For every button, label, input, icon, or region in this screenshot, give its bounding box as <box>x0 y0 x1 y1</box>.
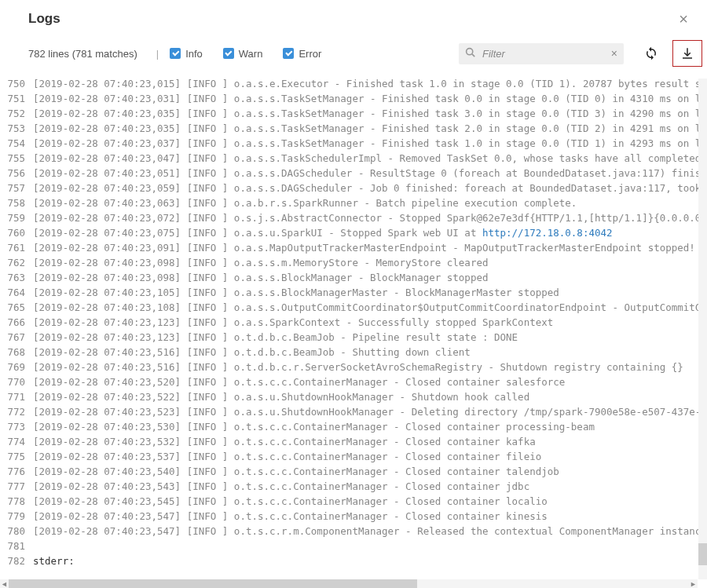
log-line: 771[2019-02-28 07:40:23,522] [INFO ] o.a… <box>0 389 707 404</box>
log-text: [2019-02-28 07:40:23,015] [INFO ] o.a.s.… <box>31 76 707 91</box>
line-number: 782 <box>0 553 31 568</box>
log-link[interactable]: http://172.18.0.8:4042 <box>482 227 613 239</box>
line-number: 781 <box>0 539 31 553</box>
line-number: 754 <box>0 136 31 151</box>
filter-label: Info <box>185 48 203 60</box>
log-text: [2019-02-28 07:40:23,035] [INFO ] o.a.s.… <box>31 106 707 121</box>
log-line: 756[2019-02-28 07:40:23,051] [INFO ] o.a… <box>0 166 707 181</box>
log-text: [2019-02-28 07:40:23,532] [INFO ] o.t.s.… <box>31 434 536 449</box>
clear-icon[interactable]: × <box>611 47 617 60</box>
line-number: 759 <box>0 210 31 225</box>
line-number: 773 <box>0 419 31 434</box>
line-number: 761 <box>0 240 31 255</box>
close-icon[interactable]: × <box>674 11 693 27</box>
line-number: 752 <box>0 106 31 121</box>
line-number: 757 <box>0 181 31 195</box>
line-number: 763 <box>0 270 31 285</box>
line-number: 779 <box>0 509 31 524</box>
log-line: 776[2019-02-28 07:40:23,540] [INFO ] o.t… <box>0 464 707 479</box>
line-number: 751 <box>0 91 31 106</box>
line-number: 768 <box>0 345 31 360</box>
filter-warn-checkbox[interactable]: Warn <box>223 48 263 60</box>
log-text: [2019-02-28 07:40:23,037] [INFO ] o.a.s.… <box>31 136 707 151</box>
checkbox-icon <box>283 48 294 59</box>
log-line: 775[2019-02-28 07:40:23,537] [INFO ] o.t… <box>0 449 707 464</box>
log-text: [2019-02-28 07:40:23,547] [INFO ] o.t.s.… <box>31 509 548 524</box>
page-title: Logs <box>28 11 60 27</box>
checkbox-icon <box>170 48 181 59</box>
log-text: [2019-02-28 07:40:23,108] [INFO ] o.a.s.… <box>31 300 707 315</box>
line-number: 769 <box>0 360 31 374</box>
log-line: 772[2019-02-28 07:40:23,523] [INFO ] o.a… <box>0 404 707 419</box>
log-text: [2019-02-28 07:40:23,516] [INFO ] o.t.d.… <box>31 360 683 374</box>
log-text: [2019-02-28 07:40:23,530] [INFO ] o.t.s.… <box>31 419 595 434</box>
divider: | <box>156 48 159 60</box>
line-number: 756 <box>0 166 31 181</box>
log-line: 763[2019-02-28 07:40:23,098] [INFO ] o.a… <box>0 270 707 285</box>
log-text: [2019-02-28 07:40:23,072] [INFO ] o.s.j.… <box>31 210 707 225</box>
filter-label: Error <box>299 48 321 60</box>
log-text: [2019-02-28 07:40:23,098] [INFO ] o.a.s.… <box>31 255 488 270</box>
refresh-button[interactable] <box>636 40 666 67</box>
line-number: 774 <box>0 434 31 449</box>
log-text: stderr: <box>31 553 75 568</box>
scrollbar-track[interactable] <box>9 579 689 588</box>
lines-count: 782 lines (781 matches) <box>28 48 137 60</box>
download-button[interactable] <box>672 40 702 67</box>
scrollbar-vertical[interactable] <box>698 79 707 579</box>
filter-input[interactable] <box>459 43 624 64</box>
log-text: [2019-02-28 07:40:23,537] [INFO ] o.t.s.… <box>31 449 541 464</box>
log-viewport[interactable]: 750[2019-02-28 07:40:23,015] [INFO ] o.a… <box>0 76 707 578</box>
scroll-left-icon[interactable]: ◄ <box>0 579 9 588</box>
log-line: 780[2019-02-28 07:40:23,547] [INFO ] o.t… <box>0 524 707 539</box>
line-number: 765 <box>0 300 31 315</box>
line-number: 780 <box>0 524 31 539</box>
line-number: 767 <box>0 330 31 345</box>
log-line: 781 <box>0 539 707 553</box>
log-line: 762[2019-02-28 07:40:23,098] [INFO ] o.a… <box>0 255 707 270</box>
log-text: [2019-02-28 07:40:23,523] [INFO ] o.a.s.… <box>31 404 707 419</box>
log-line: 766[2019-02-28 07:40:23,123] [INFO ] o.a… <box>0 315 707 330</box>
scrollbar-thumb[interactable] <box>9 579 417 588</box>
svg-point-0 <box>467 49 473 55</box>
checkbox-icon <box>223 48 234 59</box>
log-line: 753[2019-02-28 07:40:23,035] [INFO ] o.a… <box>0 121 707 136</box>
log-text: [2019-02-28 07:40:23,031] [INFO ] o.a.s.… <box>31 91 707 106</box>
log-line: 750[2019-02-28 07:40:23,015] [INFO ] o.a… <box>0 76 707 91</box>
log-text: [2019-02-28 07:40:23,098] [INFO ] o.a.s.… <box>31 270 488 285</box>
log-line: 760[2019-02-28 07:40:23,075] [INFO ] o.a… <box>0 225 707 240</box>
log-line: 770[2019-02-28 07:40:23,520] [INFO ] o.t… <box>0 374 707 389</box>
filter-info-checkbox[interactable]: Info <box>170 48 203 60</box>
log-line: 767[2019-02-28 07:40:23,123] [INFO ] o.t… <box>0 330 707 345</box>
scrollbar-thumb[interactable] <box>698 543 707 565</box>
line-number: 753 <box>0 121 31 136</box>
log-line: 754[2019-02-28 07:40:23,037] [INFO ] o.a… <box>0 136 707 151</box>
line-number: 760 <box>0 225 31 240</box>
log-line: 765[2019-02-28 07:40:23,108] [INFO ] o.a… <box>0 300 707 315</box>
log-line: 755[2019-02-28 07:40:23,047] [INFO ] o.a… <box>0 151 707 166</box>
log-line: 752[2019-02-28 07:40:23,035] [INFO ] o.a… <box>0 106 707 121</box>
line-number: 764 <box>0 285 31 300</box>
log-text: [2019-02-28 07:40:23,522] [INFO ] o.a.s.… <box>31 389 529 404</box>
log-text: [2019-02-28 07:40:23,123] [INFO ] o.a.s.… <box>31 315 553 330</box>
search-wrap: × <box>459 43 624 64</box>
log-line: 769[2019-02-28 07:40:23,516] [INFO ] o.t… <box>0 360 707 374</box>
log-line: 778[2019-02-28 07:40:23,545] [INFO ] o.t… <box>0 494 707 509</box>
line-number: 772 <box>0 404 31 419</box>
filter-error-checkbox[interactable]: Error <box>283 48 321 60</box>
line-number: 771 <box>0 389 31 404</box>
log-text: [2019-02-28 07:40:23,063] [INFO ] o.a.b.… <box>31 195 577 210</box>
toolbar: 782 lines (781 matches) | Info Warn Erro… <box>0 35 707 76</box>
log-text: [2019-02-28 07:40:23,547] [INFO ] o.t.s.… <box>31 524 707 539</box>
log-line: 751[2019-02-28 07:40:23,031] [INFO ] o.a… <box>0 91 707 106</box>
scrollbar-horizontal[interactable]: ◄ ► <box>0 579 698 588</box>
line-number: 770 <box>0 374 31 389</box>
log-line: 761[2019-02-28 07:40:23,091] [INFO ] o.a… <box>0 240 707 255</box>
log-line: 774[2019-02-28 07:40:23,532] [INFO ] o.t… <box>0 434 707 449</box>
line-number: 766 <box>0 315 31 330</box>
scroll-right-icon[interactable]: ► <box>689 579 698 588</box>
log-text: [2019-02-28 07:40:23,059] [INFO ] o.a.s.… <box>31 181 707 195</box>
log-line: 757[2019-02-28 07:40:23,059] [INFO ] o.a… <box>0 181 707 195</box>
log-text: [2019-02-28 07:40:23,540] [INFO ] o.t.s.… <box>31 464 559 479</box>
line-number: 758 <box>0 195 31 210</box>
